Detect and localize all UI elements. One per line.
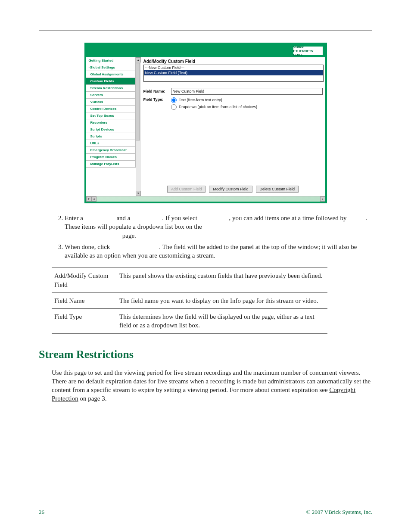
sidebar: Getting Started-Global SettingsGlobal As…: [86, 57, 136, 196]
step-3: When done, click . The field will be add…: [65, 243, 372, 260]
vbrick-logo: VBrick ETHERNETV SUITE: [293, 47, 323, 55]
list-item-selected[interactable]: New Custom Field (Text): [144, 70, 323, 75]
def-term: Field Name: [52, 292, 117, 308]
section-paragraph: Use this page to set and the viewing per…: [52, 368, 372, 403]
def-desc: This determines how the field will be di…: [117, 309, 327, 334]
table-row: Add/Modify Custom FieldThis panel shows …: [52, 268, 327, 293]
sidebar-item[interactable]: Servers: [86, 92, 136, 99]
add-custom-field-button[interactable]: Add Custom Field: [167, 186, 206, 193]
sidebar-item[interactable]: Scripts: [86, 133, 136, 140]
field-type-label: Field Type:: [143, 97, 171, 102]
sidebar-item[interactable]: VBricks: [86, 99, 136, 106]
scroll-down-button[interactable]: ▾: [136, 191, 141, 196]
body-text: Enter a and a . If you select , you can …: [39, 214, 372, 403]
scroll-thumb[interactable]: [136, 63, 140, 140]
copyright-text: © 2007 VBrick Systems, Inc.: [306, 509, 372, 516]
scroll-right-button[interactable]: ▸: [320, 196, 325, 202]
delete-custom-field-button[interactable]: Delete Custom Field: [256, 186, 299, 193]
sidebar-item[interactable]: Global Assignments: [86, 71, 136, 78]
step-2: Enter a and a . If you select , you can …: [65, 214, 372, 240]
field-type-text-radio[interactable]: [171, 97, 177, 103]
table-row: Field NameThe field name you want to dis…: [52, 292, 327, 308]
main-panel: Add/Modify Custom Field ---New Custom Fi…: [141, 57, 325, 196]
vertical-scrollbar[interactable]: ▴ ▾: [136, 57, 141, 196]
field-type-dropdown-radio[interactable]: [171, 104, 177, 110]
horizontal-scrollbar[interactable]: ▾ ◂ ▸: [86, 196, 325, 202]
sidebar-item[interactable]: Custom Fields: [86, 78, 136, 85]
sidebar-item[interactable]: URLs: [86, 140, 136, 147]
panel-title: Add/Modify Custom Field: [143, 59, 323, 64]
sidebar-item[interactable]: Stream Restrictions: [86, 85, 136, 92]
sidebar-item[interactable]: Program Names: [86, 154, 136, 161]
sidebar-item[interactable]: Script Devices: [86, 126, 136, 133]
scroll-left-button[interactable]: ▾: [86, 196, 91, 202]
field-name-label: Field Name:: [143, 89, 171, 93]
field-type-dropdown-label: Dropdown (pick an item from a list of ch…: [179, 105, 257, 109]
def-term: Add/Modify Custom Field: [52, 268, 117, 293]
sidebar-item[interactable]: -Global Settings: [86, 64, 136, 71]
page-footer: 26 © 2007 VBrick Systems, Inc.: [39, 506, 372, 516]
sidebar-item[interactable]: Getting Started: [86, 57, 136, 64]
field-name-input[interactable]: New Custom Field: [171, 88, 323, 95]
field-type-text-label: Text (free-form text entry): [179, 98, 222, 102]
def-desc: The field name you want to display on th…: [117, 292, 327, 308]
scroll-up-button[interactable]: ▴: [136, 57, 141, 62]
header-rule: [39, 30, 372, 31]
screenshot-header-bar: VBrick ETHERNETV SUITE: [86, 44, 325, 57]
modify-custom-field-button[interactable]: Modify Custom Field: [209, 186, 252, 193]
sidebar-item[interactable]: Set Top Boxes: [86, 112, 136, 119]
sidebar-item[interactable]: Emergency Broadcast: [86, 147, 136, 154]
custom-field-listbox[interactable]: ---New Custom Field--- New Custom Field …: [143, 65, 324, 82]
definition-table: Add/Modify Custom FieldThis panel shows …: [52, 268, 327, 333]
page-number: 26: [39, 509, 44, 516]
table-row: Field TypeThis determines how the field …: [52, 309, 327, 334]
sidebar-item[interactable]: Manage PlayLists: [86, 161, 136, 168]
def-desc: This panel shows the existing custom fie…: [117, 268, 327, 293]
scroll-left-button-2[interactable]: ◂: [91, 196, 97, 202]
screenshot-panel: VBrick ETHERNETV SUITE Getting Started-G…: [84, 43, 327, 203]
section-heading: Stream Restrictions: [39, 347, 372, 362]
sidebar-item[interactable]: Recorders: [86, 119, 136, 126]
list-item[interactable]: ---New Custom Field---: [144, 65, 323, 70]
sidebar-item[interactable]: Control Devices: [86, 106, 136, 112]
def-term: Field Type: [52, 309, 117, 334]
